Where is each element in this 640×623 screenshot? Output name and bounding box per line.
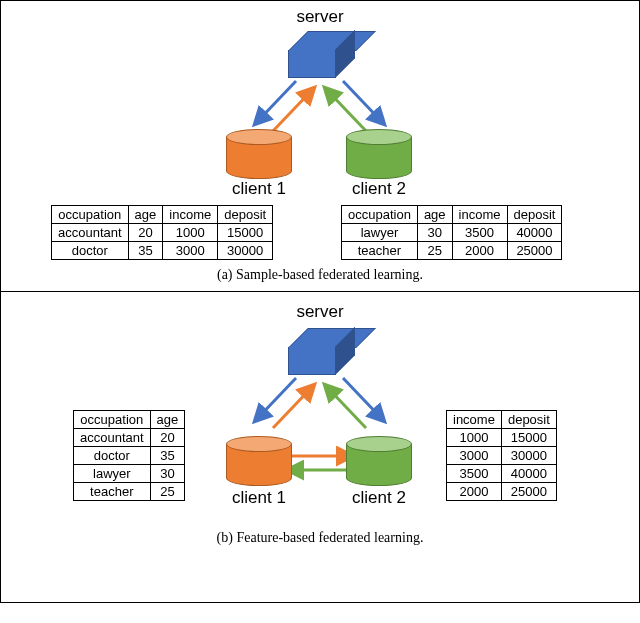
td: doctor <box>74 447 151 465</box>
td: 25000 <box>507 242 562 260</box>
client2-label-b: client 2 <box>339 488 419 508</box>
td: 3000 <box>447 447 502 465</box>
th: income <box>452 206 507 224</box>
td: accountant <box>52 224 129 242</box>
td: 20 <box>150 429 185 447</box>
svg-line-8 <box>273 386 313 428</box>
th: age <box>128 206 163 224</box>
th: occupation <box>74 411 151 429</box>
td: 3500 <box>452 224 507 242</box>
svg-line-5 <box>326 89 366 131</box>
table-b-client1: occupation age accountant20 doctor35 law… <box>73 410 185 501</box>
client2-icon <box>346 129 412 177</box>
client1-label-a: client 1 <box>219 179 299 199</box>
svg-line-6 <box>343 81 383 123</box>
th: deposit <box>218 206 273 224</box>
td: 2000 <box>452 242 507 260</box>
td: 35 <box>150 447 185 465</box>
table-a-client1: occupation age income deposit accountant… <box>51 205 273 260</box>
figure-container: server client 1 client 2 occupation <box>0 0 640 603</box>
client1-icon <box>226 436 292 484</box>
caption-b: (b) Feature-based federated learning. <box>1 530 639 546</box>
th: income <box>447 411 502 429</box>
server-icon <box>288 31 356 79</box>
client2-icon <box>346 436 412 484</box>
td: teacher <box>342 242 418 260</box>
td: 40000 <box>501 465 556 483</box>
svg-line-7 <box>256 378 296 420</box>
td: 40000 <box>507 224 562 242</box>
svg-line-3 <box>256 81 296 123</box>
td: 3500 <box>447 465 502 483</box>
td: 1000 <box>163 224 218 242</box>
svg-line-10 <box>343 378 383 420</box>
server-icon <box>288 328 356 376</box>
client1-label-b: client 1 <box>219 488 299 508</box>
client1-icon <box>226 129 292 177</box>
td: 1000 <box>447 429 502 447</box>
th: age <box>417 206 452 224</box>
server-label-b: server <box>1 302 639 322</box>
td: 25 <box>150 483 185 501</box>
th: income <box>163 206 218 224</box>
td: doctor <box>52 242 129 260</box>
td: 15000 <box>501 429 556 447</box>
server-label-a: server <box>1 7 639 27</box>
td: 30 <box>150 465 185 483</box>
caption-a: (a) Sample-based federated learning. <box>1 267 639 283</box>
th: occupation <box>52 206 129 224</box>
th: deposit <box>501 411 556 429</box>
svg-line-9 <box>326 386 366 428</box>
table-b-client2: income deposit 100015000 300030000 35004… <box>446 410 557 501</box>
td: 30000 <box>501 447 556 465</box>
panel-sample-based: server client 1 client 2 occupation <box>1 1 639 291</box>
td: teacher <box>74 483 151 501</box>
td: 25000 <box>501 483 556 501</box>
td: 3000 <box>163 242 218 260</box>
td: 20 <box>128 224 163 242</box>
panel-feature-based: server client 1 client 2 occupation age … <box>1 292 639 602</box>
td: accountant <box>74 429 151 447</box>
td: lawyer <box>74 465 151 483</box>
td: 30000 <box>218 242 273 260</box>
svg-line-4 <box>273 89 313 131</box>
td: 2000 <box>447 483 502 501</box>
th: occupation <box>342 206 418 224</box>
td: 15000 <box>218 224 273 242</box>
td: 35 <box>128 242 163 260</box>
client2-label-a: client 2 <box>339 179 419 199</box>
td: 25 <box>417 242 452 260</box>
th: deposit <box>507 206 562 224</box>
th: age <box>150 411 185 429</box>
table-a-client2: occupation age income deposit lawyer 30 … <box>341 205 562 260</box>
td: lawyer <box>342 224 418 242</box>
td: 30 <box>417 224 452 242</box>
